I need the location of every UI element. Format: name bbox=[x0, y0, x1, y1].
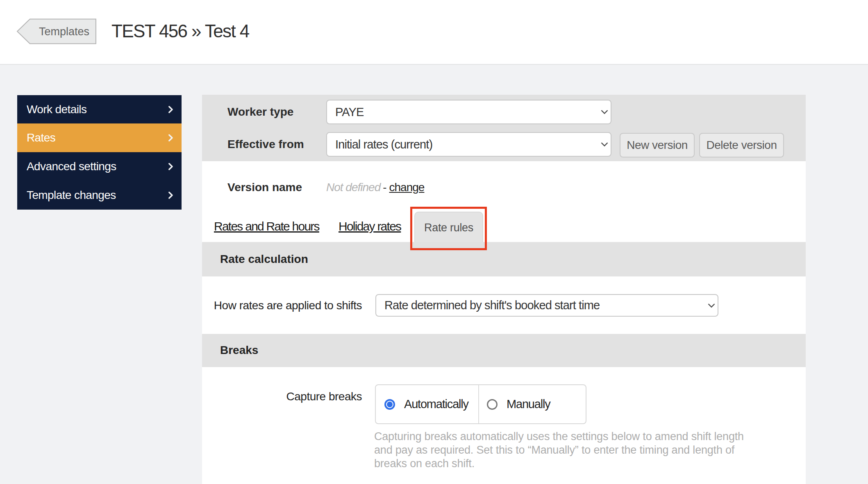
svg-text:Templates: Templates bbox=[39, 25, 89, 38]
